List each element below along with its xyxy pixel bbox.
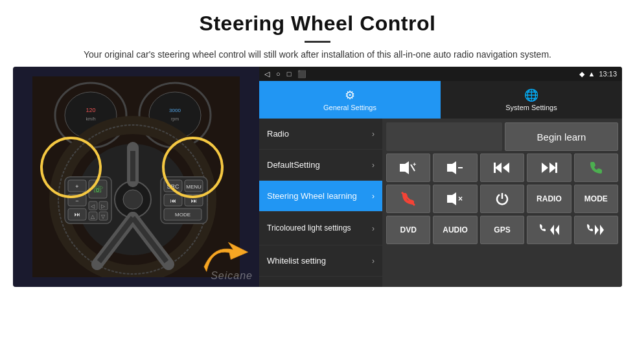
svg-text:▷: ▷ [101,203,106,209]
signal-icon: ▲ [588,70,595,78]
back-nav-icon[interactable]: ◁ [264,70,270,78]
status-bar-left: ◁ ○ □ ⬛ [264,70,306,78]
svg-text:⏭: ⏭ [191,198,197,204]
general-settings-icon: ⚙ [345,88,355,102]
menu-default-arrow: › [372,161,375,170]
phone-answer-icon [589,161,603,175]
recent-nav-icon[interactable]: □ [287,70,292,78]
svg-text:▽: ▽ [101,214,106,220]
prev-icon [494,161,511,174]
svg-text:120: 120 [86,107,95,113]
svg-marker-54 [503,163,509,173]
tab-general[interactable]: ⚙ General Settings [259,81,441,119]
svg-marker-63 [555,225,559,235]
mute-icon: × [446,192,465,206]
svg-text:⏮: ⏮ [170,198,176,204]
vol-up-icon: + [398,161,418,175]
top-nav: ⚙ General Settings 🌐 System Settings [259,81,622,119]
svg-marker-48 [400,161,409,174]
buttons-grid: + [386,154,618,244]
svg-point-13 [123,190,143,209]
next-icon [540,161,557,174]
menu-tricolour-arrow: › [372,224,375,233]
status-bar-right: ◆ ▲ 13:13 [579,70,617,78]
right-panel: Begin learn + [382,119,622,287]
ctrl-next[interactable] [527,154,571,182]
svg-marker-64 [595,225,599,235]
phone-prev-icon [538,223,559,236]
begin-learn-spacer [386,122,502,151]
svg-marker-57 [549,163,556,173]
radio-btn-label: RADIO [537,194,562,203]
highlight-circle-left [40,137,102,198]
status-bar: ◁ ○ □ ⬛ ◆ ▲ 13:13 [259,67,622,81]
svg-marker-60 [447,192,456,205]
tab-system[interactable]: 🌐 System Settings [441,81,622,119]
svg-marker-65 [600,225,604,235]
svg-text:3000: 3000 [169,108,181,113]
car-image-panel: 120 km/h 3000 rpm [13,67,259,287]
power-icon [495,192,509,206]
svg-marker-56 [542,163,548,173]
ctrl-phone-next[interactable] [574,216,618,244]
ctrl-power[interactable] [480,185,524,213]
highlight-circle-right [162,137,224,198]
ctrl-mute[interactable]: × [433,185,477,213]
begin-learn-row: Begin learn [386,122,618,151]
svg-text:+: + [413,161,416,168]
menu-steering-arrow: › [372,192,375,201]
menu-item-default[interactable]: DefaultSetting › [259,150,382,181]
arrow-svg [198,235,249,274]
subtitle-text: Your original car's steering wheel contr… [65,48,570,62]
btn-row-3: DVD AUDIO GPS [386,216,618,244]
system-settings-icon: 🌐 [524,88,538,102]
svg-text:△: △ [91,214,95,220]
begin-learn-label: Begin learn [537,131,586,142]
menu-item-radio[interactable]: Radio › [259,119,382,150]
menu-radio-arrow: › [372,130,375,139]
svg-marker-51 [447,161,456,174]
vol-down-icon [446,161,465,175]
home-nav-icon[interactable]: ○ [276,70,281,78]
svg-text:⏭: ⏭ [75,211,80,218]
title-divider [305,41,330,43]
menu-steering-label: Steering Wheel learning [267,191,357,201]
svg-marker-53 [495,163,502,173]
screenshot-icon[interactable]: ⬛ [297,70,306,78]
svg-rect-55 [494,163,496,173]
page-wrapper: Steering Wheel Control Your original car… [0,0,635,364]
header-section: Steering Wheel Control Your original car… [0,0,635,67]
content-area: 120 km/h 3000 rpm [0,67,635,364]
menu-item-whitelist[interactable]: Whitelist setting › [259,245,382,277]
main-content: Radio › DefaultSetting › Steering Wheel … [259,119,622,287]
ctrl-dvd[interactable]: DVD [386,216,430,244]
dvd-btn-label: DVD [400,225,417,234]
android-panel: ◁ ○ □ ⬛ ◆ ▲ 13:13 ⚙ General Settings [259,67,622,287]
ctrl-hangup[interactable] [386,185,430,213]
ctrl-vol-down[interactable] [433,154,477,182]
begin-learn-button[interactable]: Begin learn [505,122,618,151]
ctrl-gps[interactable]: GPS [480,216,524,244]
menu-radio-label: Radio [267,129,289,139]
menu-item-tricolour[interactable]: Tricoloured light settings › [259,212,382,245]
btn-row-2: × RAD [386,185,618,213]
tab-system-label: System Settings [505,104,557,111]
gps-btn-label: GPS [494,225,510,234]
ctrl-vol-up[interactable]: + [386,154,430,182]
svg-text:rpm: rpm [171,117,179,122]
page-title: Steering Wheel Control [13,12,622,36]
btn-row-1: + [386,154,618,182]
menu-whitelist-label: Whitelist setting [267,256,326,266]
svg-text:km/h: km/h [86,117,95,121]
ctrl-phone-prev[interactable] [527,216,571,244]
menu-default-label: DefaultSetting [267,160,320,170]
mode-btn-label: MODE [584,194,608,203]
phone-next-icon [586,223,606,236]
ctrl-prev[interactable] [480,154,524,182]
svg-marker-62 [550,225,554,235]
ctrl-mode[interactable]: MODE [574,185,618,213]
menu-item-steering[interactable]: Steering Wheel learning › [259,181,382,212]
ctrl-audio[interactable]: AUDIO [433,216,477,244]
ctrl-phone-answer[interactable] [574,154,618,182]
ctrl-radio[interactable]: RADIO [527,185,571,213]
